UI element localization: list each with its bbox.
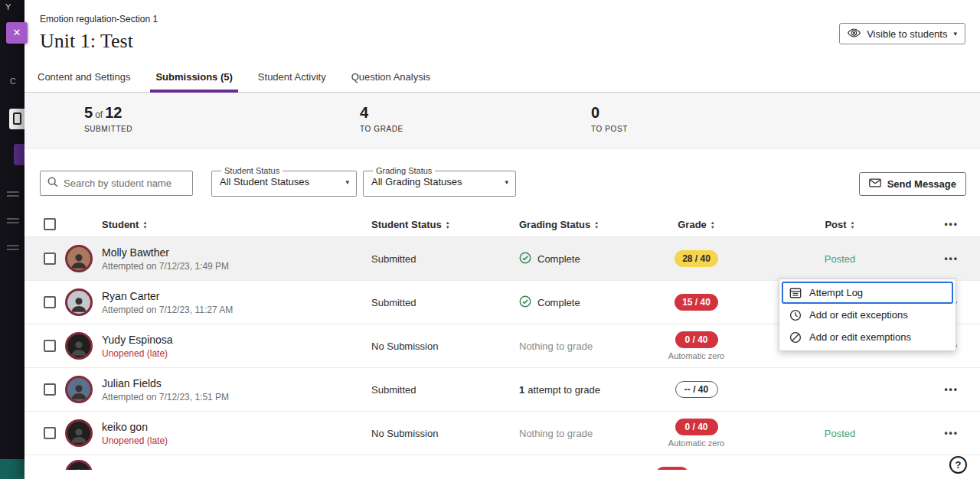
post-status[interactable]: Posted <box>779 428 901 439</box>
student-name[interactable]: Molly Bawther <box>102 246 371 259</box>
visibility-label: Visible to students <box>867 28 947 40</box>
row-options-button[interactable]: ••• <box>942 252 960 266</box>
occluded-accent-block <box>14 144 24 165</box>
search-icon <box>47 177 58 191</box>
row-checkbox[interactable] <box>44 427 56 439</box>
column-header-student[interactable]: Student▲▼ <box>102 219 371 230</box>
chevron-down-icon: ▾ <box>505 178 508 186</box>
grade-note: Automatic zero <box>668 438 724 448</box>
stat-to-post: 0 TO POST <box>591 104 628 133</box>
visibility-dropdown[interactable]: Visible to students ▾ <box>839 23 965 44</box>
table-row-partial <box>24 455 980 470</box>
table-row: Molly Bawther Attempted on 7/12/23, 1:49… <box>24 236 980 280</box>
occluded-text: Y <box>5 2 11 11</box>
panel-header: Emotion regulation-Section 1 Unit 1: Tes… <box>24 0 980 53</box>
tab-question-analysis[interactable]: Question Analysis <box>351 64 430 92</box>
student-status-dropdown[interactable]: Student Status All Student Statuses ▾ <box>211 166 357 197</box>
column-header-student-status[interactable]: Student Status▲▼ <box>371 219 519 230</box>
row-checkbox[interactable] <box>44 383 56 396</box>
complete-check-icon <box>519 252 531 266</box>
sort-icon: ▲▼ <box>851 220 855 230</box>
chevron-down-icon: ▾ <box>345 178 349 186</box>
tab-submissions[interactable]: Submissions (5) <box>155 64 232 92</box>
sort-icon: ▲▼ <box>710 220 715 230</box>
attempt-detail: Attempted on 7/12/23, 11:27 AM <box>102 305 371 315</box>
tab-bar: Content and Settings Submissions (5) Stu… <box>24 64 980 93</box>
grading-status-cell: Nothing to grade <box>519 428 652 439</box>
column-header-post[interactable]: Post▲▼ <box>779 219 901 230</box>
envelope-icon <box>869 178 881 190</box>
stat-submitted: 5of12 SUBMITTED <box>84 104 132 133</box>
eye-icon <box>848 28 861 40</box>
attempt-detail: Attempted on 7/12/23, 1:49 PM <box>102 261 371 272</box>
search-input[interactable] <box>64 178 198 189</box>
avatar <box>65 245 93 272</box>
avatar <box>65 288 93 316</box>
grade-pill[interactable]: -- / 40 <box>675 381 718 398</box>
filter-bar: Student Status All Student Statuses ▾ Gr… <box>24 165 980 197</box>
row-checkbox[interactable] <box>44 340 56 352</box>
sort-icon: ▲▼ <box>446 220 450 230</box>
row-checkbox[interactable] <box>44 253 56 265</box>
post-status[interactable]: Posted <box>779 253 901 265</box>
list-icon <box>7 218 19 226</box>
sort-icon: ▲▼ <box>594 220 599 230</box>
column-header-grading-status[interactable]: Grading Status▲▼ <box>519 219 652 230</box>
row-checkbox[interactable] <box>44 296 56 308</box>
menu-item-add-exceptions[interactable]: Add or edit exceptions <box>782 304 953 326</box>
help-icon[interactable]: ? <box>949 456 967 474</box>
student-status-cell: No Submission <box>371 341 519 352</box>
close-panel-button[interactable]: ✕ <box>6 22 28 44</box>
student-name[interactable]: Julian Fields <box>102 377 371 389</box>
table-header: Student▲▼ Student Status▲▼ Grading Statu… <box>24 212 980 236</box>
student-name[interactable]: Yudy Espinosa <box>102 334 371 346</box>
course-name: Emotion regulation-Section 1 <box>40 14 965 24</box>
column-header-grade[interactable]: Grade▲▼ <box>652 219 740 230</box>
table-options-button[interactable]: ••• <box>942 217 960 231</box>
grade-pill[interactable]: 0 / 40 <box>675 331 718 348</box>
page-title: Unit 1: Test <box>40 30 965 53</box>
avatar <box>65 376 93 403</box>
grade-pill[interactable]: 28 / 40 <box>675 250 718 267</box>
grading-status-label: Grading Status <box>373 166 435 175</box>
grading-status-cell: Nothing to grade <box>519 341 652 352</box>
student-name[interactable]: keiko gon <box>102 421 371 433</box>
avatar <box>65 460 93 470</box>
student-status-cell: Submitted <box>371 253 519 265</box>
submission-stats: 5of12 SUBMITTED 4 TO GRADE 0 TO POST <box>24 93 980 149</box>
tab-student-activity[interactable]: Student Activity <box>258 64 326 92</box>
table-row: keiko gon Unopened (late) No Submission … <box>24 411 980 455</box>
student-status-cell: No Submission <box>371 428 519 439</box>
student-status-cell: Submitted <box>371 297 519 308</box>
attempt-detail: Unopened (late) <box>102 435 371 446</box>
occluded-sidebar: Y C <box>0 0 24 479</box>
row-options-button[interactable]: ••• <box>942 426 960 440</box>
row-options-button[interactable]: ••• <box>942 383 960 396</box>
tab-content-and-settings[interactable]: Content and Settings <box>38 64 130 92</box>
grade-note: Automatic zero <box>668 351 724 360</box>
menu-item-add-exemptions[interactable]: Add or edit exemptions <box>782 326 953 348</box>
grading-status-dropdown[interactable]: Grading Status All Grading Statuses ▾ <box>363 166 516 197</box>
stat-to-grade: 4 TO GRADE <box>360 104 403 133</box>
send-message-button[interactable]: Send Message <box>859 172 966 196</box>
select-all-checkbox[interactable] <box>44 218 56 230</box>
grade-pill[interactable]: 15 / 40 <box>675 294 718 311</box>
assessment-panel: Emotion regulation-Section 1 Unit 1: Tes… <box>24 0 980 479</box>
grade-pill <box>655 467 689 470</box>
avatar <box>65 419 93 447</box>
student-status-value: All Student Statuses <box>220 176 309 187</box>
sort-icon: ▲▼ <box>142 220 147 230</box>
grading-status-cell: Complete <box>519 252 652 266</box>
list-icon <box>7 191 19 199</box>
student-status-cell: Submitted <box>371 384 519 396</box>
student-status-label: Student Status <box>221 166 283 175</box>
complete-check-icon <box>519 295 531 310</box>
student-name[interactable]: Ryan Carter <box>102 290 371 302</box>
grading-status-cell: 1attempt to grade <box>519 384 652 396</box>
grade-pill[interactable]: 0 / 40 <box>675 419 718 435</box>
menu-item-attempt-log[interactable]: Attempt Log <box>782 282 953 304</box>
table-row: Julian Fields Attempted on 7/12/23, 1:51… <box>24 367 980 411</box>
attempt-detail: Unopened (late) <box>102 348 371 359</box>
occluded-footer-block <box>0 459 24 479</box>
avatar <box>65 332 93 360</box>
